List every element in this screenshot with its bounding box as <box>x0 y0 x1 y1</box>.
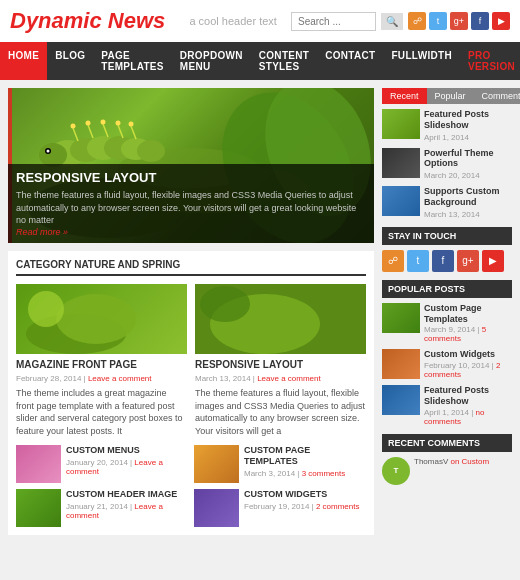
svg-line-14 <box>103 124 108 137</box>
small-post-title-4[interactable]: CUSTOM WIDGETS <box>244 489 366 500</box>
post-card-2: RESPONSIVE LAYOUT March 13, 2014 | Leave… <box>195 284 366 437</box>
small-post-content-4: CUSTOM WIDGETS February 19, 2014 | 2 com… <box>244 489 366 511</box>
sidebar-facebook-icon[interactable]: f <box>432 250 454 272</box>
popular-posts-title: POPULAR POSTS <box>382 280 512 298</box>
svg-point-17 <box>71 124 76 129</box>
small-post-meta-4: February 19, 2014 | 2 comments <box>244 502 366 511</box>
content-area: RESPONSIVE LAYOUT The theme features a f… <box>8 88 374 543</box>
recent-posts-list: Featured Posts Slideshow April 1, 2014 P… <box>382 109 512 219</box>
small-post-2: CUSTOM PAGE TEMPLATES March 3, 2014 | 3 … <box>194 445 366 483</box>
svg-line-13 <box>88 125 93 138</box>
comment-text-1: ThomasV on Custom <box>414 457 512 467</box>
small-comment-2[interactable]: 3 comments <box>302 469 346 478</box>
sidebar-twitter-icon[interactable]: t <box>407 250 429 272</box>
search-input[interactable] <box>291 12 376 31</box>
header-right: 🔍 ☍ t g+ f ▶ <box>291 12 510 31</box>
small-posts-grid: CUSTOM MENUS January 20, 2014 | Leave a … <box>16 445 366 527</box>
category-section: CATEGORY NATURE AND SPRING MAGAZINE FRON… <box>8 251 374 535</box>
popular-post-title-2[interactable]: Custom Widgets <box>424 349 512 360</box>
svg-point-26 <box>28 291 64 327</box>
svg-point-25 <box>56 294 136 344</box>
search-button[interactable]: 🔍 <box>381 13 403 30</box>
recent-comments-widget: RECENT COMMENTS T ThomasV on Custom <box>382 434 512 485</box>
small-post-title-3[interactable]: CUSTOM HEADER IMAGE <box>66 489 188 500</box>
sidebar: Recent Popular Comments Featured Posts S… <box>382 88 512 543</box>
popular-post-title-3[interactable]: Featured Posts Slideshow <box>424 385 512 407</box>
post-thumb-1 <box>16 284 187 354</box>
popular-post-text-2: Custom Widgets February 10, 2014 | 2 com… <box>424 349 512 379</box>
popular-post-3: Featured Posts Slideshow April 1, 2014 |… <box>382 385 512 426</box>
facebook-icon[interactable]: f <box>471 12 489 30</box>
small-post-content-1: CUSTOM MENUS January 20, 2014 | Leave a … <box>66 445 188 476</box>
tab-popular[interactable]: Popular <box>427 88 474 104</box>
svg-point-29 <box>200 286 250 322</box>
recent-post-text-3: Supports Custom Background March 13, 201… <box>424 186 512 219</box>
comment-link-1[interactable]: on Custom <box>450 457 489 466</box>
recent-post-title-3[interactable]: Supports Custom Background <box>424 186 512 208</box>
svg-point-20 <box>116 121 121 126</box>
hero-description: The theme features a fluid layout, flexi… <box>16 189 366 227</box>
navigation: HOME BLOG PAGE TEMPLATES DROPDOWN MENU C… <box>0 42 520 80</box>
twitter-icon[interactable]: t <box>429 12 447 30</box>
hero-overlay: RESPONSIVE LAYOUT The theme features a f… <box>8 164 374 243</box>
nav-home[interactable]: HOME <box>0 42 47 80</box>
nav-blog[interactable]: BLOG <box>47 42 93 80</box>
site-title[interactable]: Dynamic News <box>10 8 165 34</box>
recent-post-title-1[interactable]: Featured Posts Slideshow <box>424 109 512 131</box>
tab-comments[interactable]: Comments <box>474 88 520 104</box>
small-post-title-1[interactable]: CUSTOM MENUS <box>66 445 188 456</box>
popular-posts-widget: POPULAR POSTS Custom Page Templates Marc… <box>382 280 512 426</box>
comment-author-1: ThomasV <box>414 457 448 466</box>
small-post-meta-2: March 3, 2014 | 3 comments <box>244 469 366 478</box>
stay-in-touch-title: STAY IN TOUCH <box>382 227 512 245</box>
nav-contact[interactable]: CONTACT <box>317 42 383 80</box>
sidebar-gplus-icon[interactable]: g+ <box>457 250 479 272</box>
nav-dropdown-menu[interactable]: DROPDOWN MENU <box>172 42 251 80</box>
post-card-1: MAGAZINE FRONT PAGE February 28, 2014 | … <box>16 284 187 437</box>
post-comment-link-2[interactable]: Leave a comment <box>257 374 321 383</box>
recent-post-title-2[interactable]: Powerful Theme Options <box>424 148 512 170</box>
popular-post-text-3: Featured Posts Slideshow April 1, 2014 |… <box>424 385 512 426</box>
category-title: CATEGORY NATURE AND SPRING <box>16 259 366 276</box>
hero-section: RESPONSIVE LAYOUT The theme features a f… <box>8 88 374 243</box>
comment-avatar-1: T <box>382 457 410 485</box>
tabs-widget: Recent Popular Comments Featured Posts S… <box>382 88 512 219</box>
recent-post-text-2: Powerful Theme Options March 20, 2014 <box>424 148 512 181</box>
post-title-2[interactable]: RESPONSIVE LAYOUT <box>195 359 366 371</box>
popular-post-meta-3: April 1, 2014 | no comments <box>424 408 512 426</box>
recent-post-date-3: March 13, 2014 <box>424 210 512 219</box>
recent-comments-title: RECENT COMMENTS <box>382 434 512 452</box>
small-comment-4[interactable]: 2 comments <box>316 502 360 511</box>
rss-icon[interactable]: ☍ <box>408 12 426 30</box>
sidebar-youtube-icon[interactable]: ▶ <box>482 250 504 272</box>
header: Dynamic News a cool header text 🔍 ☍ t g+… <box>0 0 520 42</box>
small-post-meta-1: January 20, 2014 | Leave a comment <box>66 458 188 476</box>
featured-posts-grid: MAGAZINE FRONT PAGE February 28, 2014 | … <box>16 284 366 437</box>
small-post-content-3: CUSTOM HEADER IMAGE January 21, 2014 | L… <box>66 489 188 520</box>
tab-recent[interactable]: Recent <box>382 88 427 104</box>
recent-thumb-2 <box>382 148 420 178</box>
svg-point-8 <box>137 140 165 162</box>
small-thumb-1 <box>16 445 61 483</box>
youtube-icon[interactable]: ▶ <box>492 12 510 30</box>
nav-fullwidth[interactable]: FULLWIDTH <box>383 42 459 80</box>
svg-point-11 <box>47 150 50 153</box>
svg-point-21 <box>129 122 134 127</box>
nav-page-templates[interactable]: PAGE TEMPLATES <box>93 42 172 80</box>
nav-content-styles[interactable]: CONTENT STYLES <box>251 42 317 80</box>
post-meta-1: February 28, 2014 | Leave a comment <box>16 374 187 383</box>
small-post-title-2[interactable]: CUSTOM PAGE TEMPLATES <box>244 445 366 467</box>
nav-pro-version[interactable]: PRO VERSION <box>460 42 520 80</box>
post-meta-2: March 13, 2014 | Leave a comment <box>195 374 366 383</box>
small-thumb-2 <box>194 445 239 483</box>
post-comment-link-1[interactable]: Leave a comment <box>88 374 152 383</box>
pp-thumb-1 <box>382 303 420 333</box>
small-thumb-4 <box>194 489 239 527</box>
main-layout: RESPONSIVE LAYOUT The theme features a f… <box>0 80 520 551</box>
post-title-1[interactable]: MAGAZINE FRONT PAGE <box>16 359 187 371</box>
popular-post-title-1[interactable]: Custom Page Templates <box>424 303 512 325</box>
svg-line-16 <box>131 126 136 139</box>
gplus-icon[interactable]: g+ <box>450 12 468 30</box>
hero-read-more[interactable]: Read more » <box>16 227 366 237</box>
sidebar-rss-icon[interactable]: ☍ <box>382 250 404 272</box>
